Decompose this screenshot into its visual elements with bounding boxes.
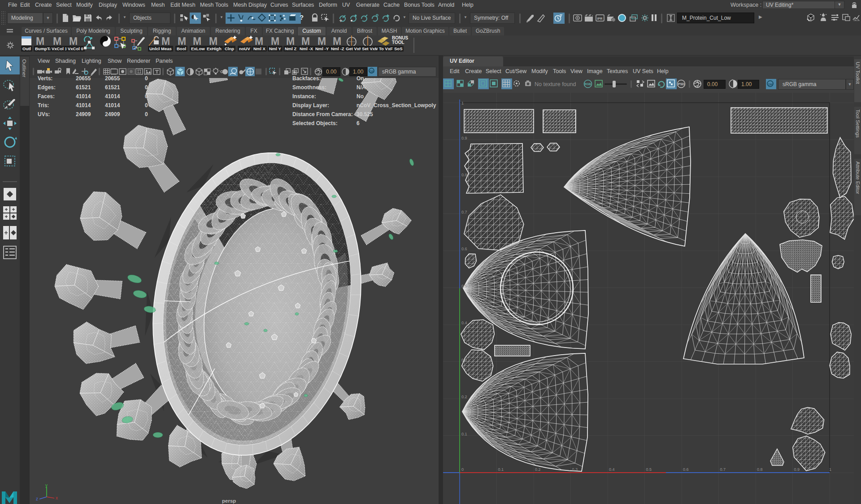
- svg-text:x: x: [56, 495, 58, 500]
- svg-text:0.3: 0.3: [572, 467, 578, 472]
- svg-text:0.1: 0.1: [461, 432, 467, 436]
- svg-text:0.5: 0.5: [646, 467, 652, 472]
- svg-text:0.3: 0.3: [461, 358, 467, 362]
- svg-text:IPR: IPR: [597, 17, 603, 20]
- svg-text:0.6: 0.6: [683, 467, 689, 472]
- svg-text:0.9: 0.9: [794, 467, 800, 472]
- svg-text:0: 0: [461, 467, 464, 472]
- svg-text:0.2: 0.2: [461, 395, 467, 399]
- svg-text:0.9: 0.9: [461, 136, 467, 140]
- svg-text:0.5: 0.5: [461, 284, 467, 288]
- svg-text:0.1: 0.1: [498, 467, 504, 472]
- svg-text:0.8: 0.8: [461, 173, 467, 177]
- svg-text:0.7: 0.7: [720, 467, 726, 472]
- svg-text:0.7: 0.7: [461, 210, 467, 214]
- svg-text:RGB: RGB: [585, 83, 591, 86]
- svg-text:0.2: 0.2: [535, 467, 541, 472]
- svg-text:PSD: PSD: [678, 83, 684, 86]
- svg-text:0.4: 0.4: [461, 321, 467, 325]
- svg-text:y: y: [45, 484, 48, 488]
- svg-text:0.4: 0.4: [609, 467, 615, 472]
- svg-text:1: 1: [461, 101, 464, 105]
- svg-text:0.6: 0.6: [461, 247, 467, 251]
- svg-text:1: 1: [829, 467, 831, 472]
- svg-text:0.8: 0.8: [757, 467, 763, 472]
- svg-text:z: z: [36, 496, 38, 501]
